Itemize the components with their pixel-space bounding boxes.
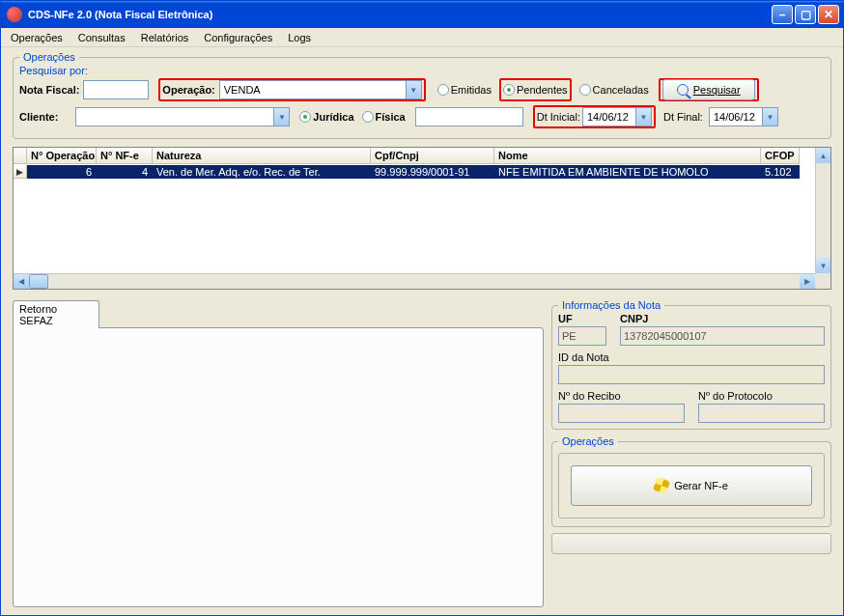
scroll-left-icon[interactable]: ◀	[14, 274, 29, 289]
menu-configuracoes[interactable]: Configurações	[198, 30, 278, 45]
pesquisar-por-label: Pesquisar por:	[19, 65, 88, 76]
results-grid[interactable]: N° Operação N° NF-e Natureza Cpf/Cnpj No…	[13, 147, 831, 290]
menu-logs[interactable]: Logs	[282, 30, 317, 45]
col-cpf-cnpj[interactable]: Cpf/Cnpj	[371, 148, 494, 164]
search-icon	[677, 84, 689, 96]
operacoes-action-group: Operações Gerar NF-e	[551, 435, 831, 527]
uf-label: UF	[558, 313, 606, 324]
scroll-up-icon[interactable]: ▲	[816, 148, 830, 163]
menu-relatorios[interactable]: Relatórios	[135, 30, 195, 45]
protocolo-value	[698, 404, 825, 423]
col-cfop[interactable]: CFOP	[761, 148, 800, 164]
protocolo-label: Nº do Protocolo	[698, 390, 825, 402]
recibo-label: Nº do Recibo	[558, 390, 685, 402]
nota-fiscal-input[interactable]	[83, 80, 149, 99]
window-title: CDS-NFe 2.0 (Nota Fiscal Eletrônica)	[28, 9, 772, 20]
col-nome[interactable]: Nome	[494, 148, 761, 164]
operacoes-group-label: Operações	[19, 51, 79, 63]
scroll-down-icon[interactable]: ▼	[816, 258, 830, 273]
radio-emitidas[interactable]: Emitidas	[437, 84, 492, 96]
info-nota-label: Informações da Nota	[558, 299, 664, 311]
chevron-down-icon: ▼	[635, 108, 651, 126]
info-nota-group: Informações da Nota UF CNPJ ID da Nota	[551, 299, 831, 430]
cnpj-value	[620, 326, 825, 346]
cnpj-label: CNPJ	[620, 313, 825, 324]
radio-canceladas[interactable]: Canceladas	[579, 84, 649, 96]
dt-inicial-input[interactable]: 14/06/12 ▼	[582, 107, 652, 126]
app-icon	[7, 7, 22, 22]
chevron-down-icon: ▼	[406, 81, 421, 98]
dt-final-input[interactable]: 14/06/12 ▼	[709, 107, 778, 126]
recibo-value	[558, 404, 685, 423]
chevron-down-icon: ▼	[273, 108, 289, 126]
results-grid-container: N° Operação N° NF-e Natureza Cpf/Cnpj No…	[13, 147, 831, 290]
radio-fisica[interactable]: Física	[362, 111, 406, 123]
id-nota-label: ID da Nota	[558, 351, 825, 363]
uf-value	[558, 326, 606, 346]
chevron-down-icon: ▼	[762, 108, 777, 126]
id-nota-value	[558, 365, 825, 384]
tab-retorno-sefaz[interactable]: Retorno SEFAZ	[13, 300, 99, 328]
vertical-scrollbar[interactable]: ▲ ▼	[815, 148, 830, 273]
cliente-code-input[interactable]	[415, 107, 523, 126]
retorno-sefaz-panel: Retorno SEFAZ	[13, 299, 544, 607]
gerar-nfe-button[interactable]: Gerar NF-e	[571, 465, 812, 506]
app-window: CDS-NFe 2.0 (Nota Fiscal Eletrônica) – ▢…	[0, 0, 844, 616]
col-n-nfe[interactable]: N° NF-e	[97, 148, 153, 164]
gear-icon	[653, 477, 670, 494]
scroll-thumb[interactable]	[29, 274, 48, 289]
dt-inicial-label: Dt Inicial:	[537, 111, 580, 123]
grid-header: N° Operação N° NF-e Natureza Cpf/Cnpj No…	[14, 148, 830, 164]
close-button[interactable]: ✕	[818, 5, 839, 24]
minimize-button[interactable]: –	[772, 5, 793, 24]
cliente-label: Cliente:	[19, 111, 58, 123]
radio-pendentes[interactable]: Pendentes	[503, 84, 568, 96]
scroll-right-icon[interactable]: ▶	[800, 274, 815, 289]
menu-operacoes[interactable]: Operações	[5, 30, 69, 45]
menubar: Operações Consultas Relatórios Configura…	[1, 28, 843, 47]
radio-juridica[interactable]: Jurídica	[299, 111, 353, 123]
operacoes-action-label: Operações	[558, 435, 618, 447]
operacao-value: VENDA	[220, 84, 406, 96]
horizontal-scrollbar[interactable]: ◀ ▶	[14, 273, 815, 289]
dt-final-label: Dt Final:	[663, 111, 703, 123]
retorno-sefaz-content	[13, 327, 544, 607]
row-indicator-icon: ▶	[14, 165, 27, 179]
titlebar: CDS-NFe 2.0 (Nota Fiscal Eletrônica) – ▢…	[1, 1, 843, 28]
menu-consultas[interactable]: Consultas	[72, 30, 131, 45]
operacao-label: Operação:	[162, 84, 214, 96]
col-n-operacao[interactable]: N° Operação	[27, 148, 97, 164]
maximize-button[interactable]: ▢	[795, 5, 816, 24]
cliente-dropdown[interactable]: ▼	[75, 107, 290, 126]
operacao-dropdown[interactable]: VENDA ▼	[219, 80, 422, 99]
pesquisar-button[interactable]: Pesquisar	[662, 79, 755, 100]
nota-fiscal-label: Nota Fiscal:	[19, 84, 79, 96]
operacoes-group: Operações Pesquisar por: Nota Fiscal: Op…	[13, 51, 831, 139]
col-natureza[interactable]: Natureza	[153, 148, 371, 164]
table-row[interactable]: ▶ 6 4 Ven. de Mer. Adq. e/o. Rec. de Ter…	[14, 165, 815, 179]
empty-status-panel	[551, 533, 831, 554]
